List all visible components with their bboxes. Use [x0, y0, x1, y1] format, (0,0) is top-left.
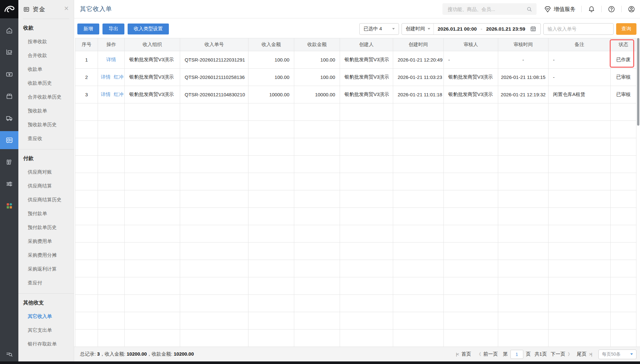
date-end-value[interactable]: 2026.01.21 23:59	[486, 26, 525, 32]
truck-icon[interactable]	[0, 109, 18, 127]
table-header-row: 序号操作收入组织收入单号收入金额收款金额创建人创建时间审核人审核时间备注状态	[75, 38, 636, 51]
sidebar-item[interactable]: 采购返利计算	[18, 262, 74, 276]
sidebar-item[interactable]: 收款单	[18, 62, 74, 76]
safe-icon[interactable]	[0, 131, 18, 149]
order-number-input[interactable]	[543, 23, 614, 35]
cell-empty	[611, 190, 636, 208]
vertical-scrollbar[interactable]	[636, 38, 640, 347]
export-button[interactable]: 导出	[102, 24, 124, 34]
sidebar-item[interactable]: 合并收款	[18, 48, 74, 62]
sidebar-item[interactable]: 供应商结算	[18, 179, 74, 193]
cell-empty	[294, 173, 340, 190]
sidebar-item[interactable]: 供应商对账	[18, 165, 74, 179]
notifications-bell-icon[interactable]	[587, 5, 596, 13]
global-search[interactable]	[442, 3, 537, 15]
brand-logo-icon[interactable]	[0, 0, 18, 18]
cell-empty	[98, 312, 125, 330]
first-page-icon[interactable]: |<	[456, 352, 459, 357]
cell-received: 100.00	[294, 51, 340, 69]
user-avatar-icon[interactable]	[627, 5, 635, 13]
prev-page-button[interactable]: 前一页	[483, 351, 498, 357]
scrollbar-thumb[interactable]	[637, 38, 639, 126]
banknote-icon[interactable]	[0, 65, 18, 83]
sidebar-menu: 收款按单收款合并收款收款单收款单历史合并收款单历史预收款单预收款单历史查应收付款…	[18, 19, 74, 346]
cell-empty	[248, 243, 294, 260]
cell-empty	[393, 121, 444, 138]
cell-empty	[75, 295, 98, 312]
prev-page-icon[interactable]: 《	[477, 351, 481, 357]
sidebar-item[interactable]: 供应商结算历史	[18, 193, 74, 206]
package-icon[interactable]	[0, 87, 18, 105]
page-number-input[interactable]	[510, 350, 523, 359]
date-start-value[interactable]: 2026.01.21 00:00	[438, 26, 477, 32]
cell-empty	[98, 190, 125, 208]
page-size-dropdown[interactable]: 每页50条	[598, 350, 636, 359]
trolley-icon[interactable]	[0, 43, 18, 62]
sidebar-item[interactable]: 预付款单	[18, 206, 74, 220]
page-label-suffix: 页	[526, 351, 531, 357]
value-added-services[interactable]: 增值服务	[544, 5, 576, 13]
sliders-icon[interactable]	[0, 175, 18, 193]
cell-empty	[611, 173, 636, 190]
cell-empty	[75, 121, 98, 138]
cell-empty	[180, 260, 248, 277]
cell-org: 银豹批发商贸V3演示	[125, 51, 180, 69]
date-range-filter[interactable]: 创建时间 2026.01.21 00:00 - 2026.01.21 23:59	[402, 23, 541, 35]
cell-empty	[294, 295, 340, 312]
table-row-empty	[75, 156, 636, 173]
reverse-link[interactable]: 红冲	[114, 91, 123, 97]
total-label: 收款金额:	[152, 351, 174, 357]
detail-link[interactable]: 详情	[101, 91, 111, 97]
selected-filter-dropdown[interactable]: 已选中 4	[359, 23, 399, 35]
search-menu-icon[interactable]	[0, 350, 18, 358]
home-icon[interactable]	[0, 22, 18, 40]
sidebar-item[interactable]: 收款单历史	[18, 76, 74, 90]
income-type-settings-button[interactable]: 收入类型设置	[128, 24, 169, 34]
cell-empty	[125, 138, 180, 156]
sidebar-item[interactable]: 其它支出单	[18, 323, 74, 337]
apps-icon[interactable]	[0, 197, 18, 215]
ledger-icon[interactable]	[0, 153, 18, 171]
date-type-value[interactable]: 创建时间	[406, 26, 425, 32]
cell-empty	[548, 225, 611, 243]
table-row: 2详情红冲银豹批发商贸V3演示QTSR-20260121110258136100…	[75, 69, 636, 86]
sidebar-item[interactable]: 银行存取款单	[18, 337, 74, 346]
cell-empty	[248, 121, 294, 138]
cell-empty	[125, 225, 180, 243]
close-icon[interactable]: ×	[64, 5, 69, 12]
cell-actions: 详情红冲	[98, 86, 125, 103]
first-page-button[interactable]: 首页	[461, 351, 471, 357]
query-button[interactable]: 查询	[616, 23, 636, 35]
cell-empty	[444, 208, 498, 225]
column-header: 序号	[75, 38, 98, 51]
sidebar-item[interactable]: 采购费用单	[18, 234, 74, 248]
sidebar-item[interactable]: 查应收	[18, 131, 74, 145]
cell-empty	[294, 103, 340, 121]
help-icon[interactable]	[607, 5, 616, 13]
reverse-link[interactable]: 红冲	[114, 74, 123, 80]
table-row: 1详情银豹批发商贸V3演示QTSR-20260121122031291100.0…	[75, 51, 636, 69]
sidebar-item[interactable]: 预付款单历史	[18, 220, 74, 234]
sidebar-item[interactable]: 预收款单历史	[18, 118, 74, 131]
calendar-icon[interactable]	[530, 25, 537, 32]
total-label: 收入金额:	[105, 351, 127, 357]
add-button[interactable]: 新增	[77, 24, 99, 34]
sidebar-item[interactable]: 其它收入单	[18, 309, 74, 323]
last-page-icon[interactable]: >|	[589, 352, 592, 357]
cell-empty	[294, 208, 340, 225]
detail-link[interactable]: 详情	[101, 74, 111, 80]
cell-empty	[498, 312, 548, 330]
last-page-button[interactable]: 尾页	[577, 351, 587, 357]
sidebar-item[interactable]: 按单收款	[18, 34, 74, 48]
sidebar-item[interactable]: 预收款单	[18, 104, 74, 118]
detail-link[interactable]: 详情	[106, 57, 116, 62]
next-page-icon[interactable]: 》	[568, 351, 572, 357]
cell-empty	[125, 156, 180, 173]
next-page-button[interactable]: 下一页	[551, 351, 565, 357]
sidebar-item[interactable]: 查应付	[18, 276, 74, 290]
sidebar-item[interactable]: 合并收款单历史	[18, 90, 74, 104]
cell-empty	[180, 173, 248, 190]
sidebar-item[interactable]: 采购费用分摊	[18, 248, 74, 262]
search-icon[interactable]	[526, 6, 533, 13]
global-search-input[interactable]	[448, 6, 526, 12]
